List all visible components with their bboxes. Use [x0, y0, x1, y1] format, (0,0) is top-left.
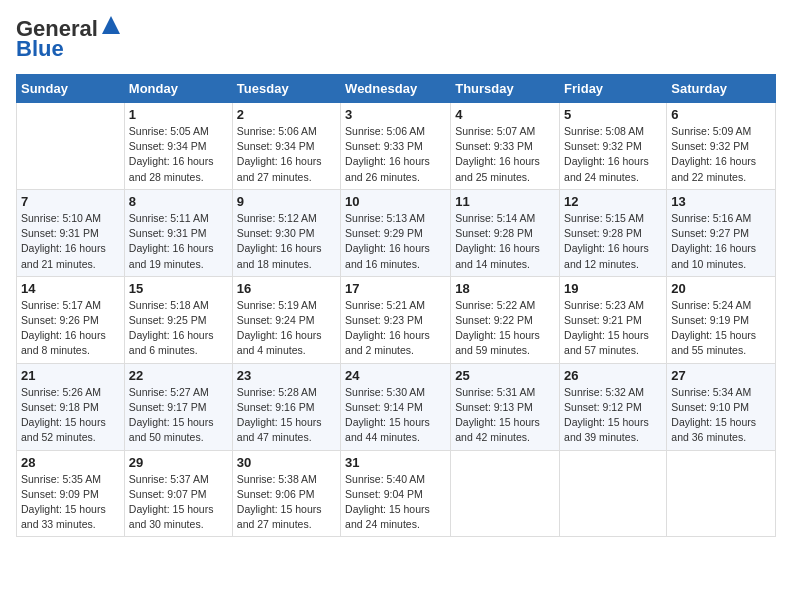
- calendar-cell: 15Sunrise: 5:18 AM Sunset: 9:25 PM Dayli…: [124, 276, 232, 363]
- day-number: 24: [345, 368, 446, 383]
- day-number: 29: [129, 455, 228, 470]
- day-info: Sunrise: 5:06 AM Sunset: 9:33 PM Dayligh…: [345, 124, 446, 185]
- day-info: Sunrise: 5:19 AM Sunset: 9:24 PM Dayligh…: [237, 298, 336, 359]
- calendar-cell: 3Sunrise: 5:06 AM Sunset: 9:33 PM Daylig…: [341, 103, 451, 190]
- day-number: 6: [671, 107, 771, 122]
- calendar-cell: 29Sunrise: 5:37 AM Sunset: 9:07 PM Dayli…: [124, 450, 232, 537]
- calendar-cell: 10Sunrise: 5:13 AM Sunset: 9:29 PM Dayli…: [341, 189, 451, 276]
- day-number: 17: [345, 281, 446, 296]
- calendar-cell: 1Sunrise: 5:05 AM Sunset: 9:34 PM Daylig…: [124, 103, 232, 190]
- calendar-cell: 22Sunrise: 5:27 AM Sunset: 9:17 PM Dayli…: [124, 363, 232, 450]
- day-info: Sunrise: 5:05 AM Sunset: 9:34 PM Dayligh…: [129, 124, 228, 185]
- weekday-header-sunday: Sunday: [17, 75, 125, 103]
- day-number: 13: [671, 194, 771, 209]
- day-number: 22: [129, 368, 228, 383]
- day-info: Sunrise: 5:21 AM Sunset: 9:23 PM Dayligh…: [345, 298, 446, 359]
- weekday-header-monday: Monday: [124, 75, 232, 103]
- calendar-cell: 26Sunrise: 5:32 AM Sunset: 9:12 PM Dayli…: [560, 363, 667, 450]
- day-info: Sunrise: 5:32 AM Sunset: 9:12 PM Dayligh…: [564, 385, 662, 446]
- day-info: Sunrise: 5:30 AM Sunset: 9:14 PM Dayligh…: [345, 385, 446, 446]
- calendar-cell: 28Sunrise: 5:35 AM Sunset: 9:09 PM Dayli…: [17, 450, 125, 537]
- day-number: 30: [237, 455, 336, 470]
- day-number: 20: [671, 281, 771, 296]
- day-number: 27: [671, 368, 771, 383]
- calendar-cell: 12Sunrise: 5:15 AM Sunset: 9:28 PM Dayli…: [560, 189, 667, 276]
- day-info: Sunrise: 5:06 AM Sunset: 9:34 PM Dayligh…: [237, 124, 336, 185]
- calendar-cell: 18Sunrise: 5:22 AM Sunset: 9:22 PM Dayli…: [451, 276, 560, 363]
- day-number: 3: [345, 107, 446, 122]
- day-info: Sunrise: 5:23 AM Sunset: 9:21 PM Dayligh…: [564, 298, 662, 359]
- calendar-cell: 31Sunrise: 5:40 AM Sunset: 9:04 PM Dayli…: [341, 450, 451, 537]
- day-number: 18: [455, 281, 555, 296]
- calendar-cell: 4Sunrise: 5:07 AM Sunset: 9:33 PM Daylig…: [451, 103, 560, 190]
- weekday-header-wednesday: Wednesday: [341, 75, 451, 103]
- svg-marker-0: [102, 16, 120, 34]
- calendar-week-row: 28Sunrise: 5:35 AM Sunset: 9:09 PM Dayli…: [17, 450, 776, 537]
- day-number: 1: [129, 107, 228, 122]
- calendar-cell: 16Sunrise: 5:19 AM Sunset: 9:24 PM Dayli…: [232, 276, 340, 363]
- calendar-cell: 25Sunrise: 5:31 AM Sunset: 9:13 PM Dayli…: [451, 363, 560, 450]
- calendar-cell: 13Sunrise: 5:16 AM Sunset: 9:27 PM Dayli…: [667, 189, 776, 276]
- day-info: Sunrise: 5:10 AM Sunset: 9:31 PM Dayligh…: [21, 211, 120, 272]
- day-info: Sunrise: 5:38 AM Sunset: 9:06 PM Dayligh…: [237, 472, 336, 533]
- calendar-cell: 30Sunrise: 5:38 AM Sunset: 9:06 PM Dayli…: [232, 450, 340, 537]
- day-number: 11: [455, 194, 555, 209]
- day-number: 31: [345, 455, 446, 470]
- calendar-cell: 23Sunrise: 5:28 AM Sunset: 9:16 PM Dayli…: [232, 363, 340, 450]
- calendar-cell: 17Sunrise: 5:21 AM Sunset: 9:23 PM Dayli…: [341, 276, 451, 363]
- day-info: Sunrise: 5:13 AM Sunset: 9:29 PM Dayligh…: [345, 211, 446, 272]
- calendar-cell: 14Sunrise: 5:17 AM Sunset: 9:26 PM Dayli…: [17, 276, 125, 363]
- day-number: 10: [345, 194, 446, 209]
- calendar-table: SundayMondayTuesdayWednesdayThursdayFrid…: [16, 74, 776, 537]
- logo: General Blue: [16, 16, 122, 62]
- day-info: Sunrise: 5:22 AM Sunset: 9:22 PM Dayligh…: [455, 298, 555, 359]
- calendar-cell: [17, 103, 125, 190]
- calendar-cell: [667, 450, 776, 537]
- day-number: 16: [237, 281, 336, 296]
- day-number: 28: [21, 455, 120, 470]
- day-number: 19: [564, 281, 662, 296]
- day-info: Sunrise: 5:26 AM Sunset: 9:18 PM Dayligh…: [21, 385, 120, 446]
- day-info: Sunrise: 5:28 AM Sunset: 9:16 PM Dayligh…: [237, 385, 336, 446]
- weekday-header-thursday: Thursday: [451, 75, 560, 103]
- calendar-cell: 27Sunrise: 5:34 AM Sunset: 9:10 PM Dayli…: [667, 363, 776, 450]
- day-number: 15: [129, 281, 228, 296]
- calendar-cell: 6Sunrise: 5:09 AM Sunset: 9:32 PM Daylig…: [667, 103, 776, 190]
- calendar-cell: [560, 450, 667, 537]
- day-info: Sunrise: 5:16 AM Sunset: 9:27 PM Dayligh…: [671, 211, 771, 272]
- logo-icon: [100, 14, 122, 36]
- calendar-week-row: 1Sunrise: 5:05 AM Sunset: 9:34 PM Daylig…: [17, 103, 776, 190]
- day-info: Sunrise: 5:15 AM Sunset: 9:28 PM Dayligh…: [564, 211, 662, 272]
- day-info: Sunrise: 5:08 AM Sunset: 9:32 PM Dayligh…: [564, 124, 662, 185]
- day-number: 12: [564, 194, 662, 209]
- day-info: Sunrise: 5:34 AM Sunset: 9:10 PM Dayligh…: [671, 385, 771, 446]
- calendar-week-row: 7Sunrise: 5:10 AM Sunset: 9:31 PM Daylig…: [17, 189, 776, 276]
- day-info: Sunrise: 5:07 AM Sunset: 9:33 PM Dayligh…: [455, 124, 555, 185]
- calendar-cell: 19Sunrise: 5:23 AM Sunset: 9:21 PM Dayli…: [560, 276, 667, 363]
- calendar-cell: 21Sunrise: 5:26 AM Sunset: 9:18 PM Dayli…: [17, 363, 125, 450]
- calendar-cell: 2Sunrise: 5:06 AM Sunset: 9:34 PM Daylig…: [232, 103, 340, 190]
- day-info: Sunrise: 5:40 AM Sunset: 9:04 PM Dayligh…: [345, 472, 446, 533]
- day-info: Sunrise: 5:24 AM Sunset: 9:19 PM Dayligh…: [671, 298, 771, 359]
- day-number: 26: [564, 368, 662, 383]
- weekday-header-friday: Friday: [560, 75, 667, 103]
- calendar-cell: [451, 450, 560, 537]
- day-info: Sunrise: 5:18 AM Sunset: 9:25 PM Dayligh…: [129, 298, 228, 359]
- calendar-cell: 9Sunrise: 5:12 AM Sunset: 9:30 PM Daylig…: [232, 189, 340, 276]
- day-info: Sunrise: 5:12 AM Sunset: 9:30 PM Dayligh…: [237, 211, 336, 272]
- day-number: 21: [21, 368, 120, 383]
- day-number: 7: [21, 194, 120, 209]
- day-number: 4: [455, 107, 555, 122]
- weekday-header-tuesday: Tuesday: [232, 75, 340, 103]
- logo-blue-text: Blue: [16, 36, 64, 62]
- day-number: 14: [21, 281, 120, 296]
- day-number: 23: [237, 368, 336, 383]
- day-info: Sunrise: 5:11 AM Sunset: 9:31 PM Dayligh…: [129, 211, 228, 272]
- calendar-cell: 20Sunrise: 5:24 AM Sunset: 9:19 PM Dayli…: [667, 276, 776, 363]
- calendar-week-row: 21Sunrise: 5:26 AM Sunset: 9:18 PM Dayli…: [17, 363, 776, 450]
- page-header: General Blue: [16, 16, 776, 62]
- calendar-cell: 24Sunrise: 5:30 AM Sunset: 9:14 PM Dayli…: [341, 363, 451, 450]
- day-number: 8: [129, 194, 228, 209]
- day-info: Sunrise: 5:14 AM Sunset: 9:28 PM Dayligh…: [455, 211, 555, 272]
- weekday-header-row: SundayMondayTuesdayWednesdayThursdayFrid…: [17, 75, 776, 103]
